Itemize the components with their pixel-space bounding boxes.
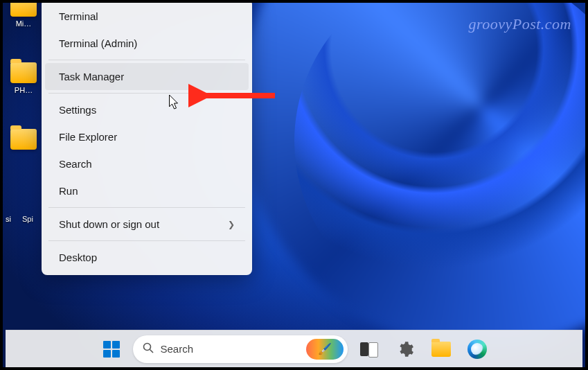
desktop-folder-icon[interactable]: Mi… <box>8 3 39 28</box>
menu-item-label: File Explorer <box>59 131 117 143</box>
desktop-wallpaper[interactable]: groovyPost.com Mi… PH… si Spi Terminal T… <box>3 3 585 367</box>
chevron-right-icon: ❯ <box>228 220 235 229</box>
menu-item-label: Search <box>59 158 92 170</box>
svg-point-1 <box>143 343 150 350</box>
folder-icon <box>10 62 37 83</box>
menu-item-file-explorer[interactable]: File Explorer <box>45 123 249 150</box>
menu-separator <box>48 240 245 241</box>
icon-label: PH… <box>15 86 33 94</box>
task-view-button[interactable] <box>355 335 384 364</box>
watermark-text: groovyPost.com <box>468 15 571 33</box>
menu-separator <box>48 207 245 208</box>
folder-icon <box>431 342 451 357</box>
desktop-folder-icon[interactable] <box>8 129 39 152</box>
gear-icon <box>396 340 414 358</box>
menu-item-label: Settings <box>59 104 96 116</box>
menu-item-shutdown[interactable]: Shut down or sign out ❯ <box>45 211 249 238</box>
search-highlight-icon <box>306 339 344 360</box>
edge-taskbar-button[interactable] <box>463 335 492 364</box>
desktop-icons-column: Mi… PH… <box>8 3 39 152</box>
file-explorer-taskbar-button[interactable] <box>427 335 456 364</box>
menu-item-label: Terminal (Admin) <box>59 37 137 49</box>
icon-label-partial: si <box>6 215 11 223</box>
icon-label-partial: Spi <box>22 215 33 223</box>
mouse-cursor-icon <box>169 95 181 112</box>
menu-item-run[interactable]: Run <box>45 177 249 204</box>
start-button[interactable] <box>97 335 126 364</box>
settings-taskbar-button[interactable] <box>391 335 420 364</box>
menu-item-label: Desktop <box>59 252 97 263</box>
menu-item-label: Terminal <box>59 10 98 22</box>
menu-item-label: Run <box>59 185 78 197</box>
menu-item-terminal-admin[interactable]: Terminal (Admin) <box>45 30 249 57</box>
menu-item-terminal[interactable]: Terminal <box>45 3 249 30</box>
menu-separator <box>48 60 245 60</box>
taskbar-search[interactable]: Search <box>133 335 348 363</box>
folder-icon <box>10 129 37 150</box>
icon-label: Mi… <box>16 19 32 28</box>
windows-logo-icon <box>103 341 120 358</box>
desktop-folder-icon[interactable]: PH… <box>8 62 39 94</box>
winx-context-menu: Terminal Terminal (Admin) Task Manager S… <box>42 3 252 275</box>
menu-item-label: Shut down or sign out <box>59 218 159 230</box>
edge-icon <box>467 340 487 359</box>
task-view-icon <box>360 342 378 356</box>
svg-line-2 <box>150 349 153 353</box>
folder-icon <box>10 3 37 17</box>
annotation-arrow-icon <box>188 83 278 108</box>
menu-item-search[interactable]: Search <box>45 150 249 177</box>
taskbar: Search <box>6 330 582 367</box>
search-icon <box>143 342 154 356</box>
menu-item-desktop[interactable]: Desktop <box>45 244 249 271</box>
menu-item-label: Task Manager <box>59 71 124 82</box>
